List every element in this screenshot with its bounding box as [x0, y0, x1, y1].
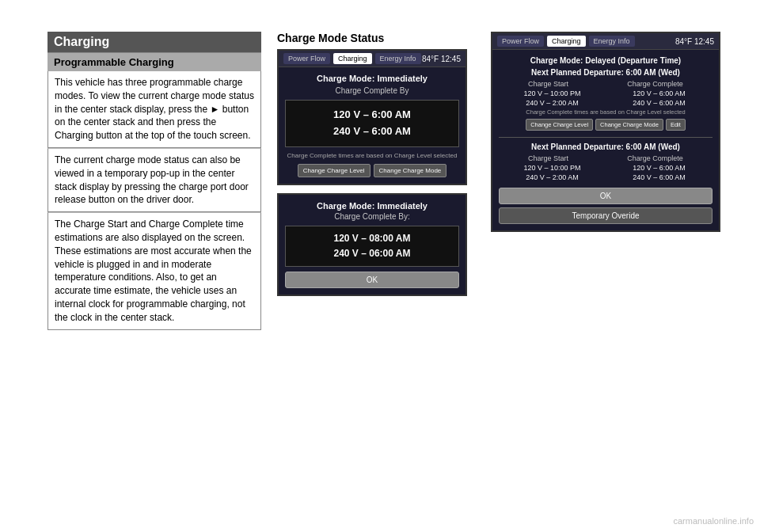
- right-screen-tabs: Power Flow Charging Energy Info: [497, 36, 635, 47]
- paragraph-2-text: The current charge mode status can also …: [55, 154, 249, 205]
- right-change-charge-level-btn[interactable]: Change Charge Level: [526, 119, 593, 131]
- middle-column: Charge Mode Status Power Flow Charging E…: [277, 32, 475, 516]
- header2-charge-complete: Charge Complete: [627, 154, 683, 162]
- cell2-r2c1: 240 V – 2:00 AM: [499, 173, 606, 181]
- right-table1-row2: 240 V – 2:00 AM 240 V – 6:00 AM: [499, 99, 712, 107]
- right-departure-1: Next Planned Departure: 6:00 AM (Wed): [499, 68, 712, 77]
- right-departure-2: Next Planned Departure: 6:00 AM (Wed): [499, 142, 712, 151]
- screen-body: Charge Mode: Immediately Charge Complete…: [279, 67, 466, 184]
- change-charge-level-btn[interactable]: Change Charge Level: [298, 164, 370, 177]
- cell2-r1c2: 120 V – 6:00 AM: [606, 164, 712, 172]
- right-table1-row1: 120 V – 10:00 PM 120 V – 6:00 AM: [499, 89, 712, 97]
- section-title: Charging: [48, 32, 261, 52]
- charge-mode-popup: Charge Mode: Immediately Charge Complete…: [277, 193, 467, 296]
- header-charge-start: Charge Start: [528, 80, 568, 88]
- screen-tabs: Power Flow Charging Energy Info: [283, 53, 421, 64]
- right-body: Charge Mode: Delayed (Departure Time) Ne…: [492, 50, 719, 230]
- popup-voltage-1: 120 V – 08:00 AM: [291, 231, 454, 246]
- right-table2-header: Charge Start Charge Complete: [499, 154, 712, 162]
- popup-voltage-box: 120 V – 08:00 AM 240 V – 06:00 AM: [285, 226, 459, 267]
- popup-mode-label: Charge Mode: Immediately: [285, 201, 459, 211]
- screen-topbar: Power Flow Charging Energy Info 84°F 12:…: [279, 51, 466, 67]
- tab-charging[interactable]: Charging: [333, 53, 372, 64]
- voltage-item-1: 120 V – 6:00 AM: [292, 107, 452, 124]
- charge-mode-screen: Power Flow Charging Energy Info 84°F 12:…: [277, 49, 467, 185]
- right-override-button[interactable]: Temporary Overide: [499, 207, 712, 224]
- paragraph-3: The Charge Start and Charge Complete tim…: [48, 212, 261, 329]
- right-screen: Power Flow Charging Energy Info 84°F 12:…: [491, 32, 720, 232]
- paragraph-2: The current charge mode status can also …: [48, 148, 261, 212]
- right-action-buttons: Change Charge Level Change Charge Mode E…: [499, 119, 712, 131]
- right-table2-row2: 240 V – 2:00 AM 240 V – 6:00 AM: [499, 173, 712, 181]
- watermark: carmanualonline.info: [673, 516, 754, 526]
- right-table1-header: Charge Start Charge Complete: [499, 80, 712, 88]
- cell-r2c2: 240 V – 6:00 AM: [606, 99, 712, 107]
- left-column: Charging Programmable Charging This vehi…: [48, 32, 261, 516]
- right-edit-btn[interactable]: Edit: [666, 119, 686, 131]
- right-charge-mode-label: Charge Mode: Delayed (Departure Time): [499, 56, 712, 65]
- subsection-title: Programmable Charging: [48, 52, 261, 71]
- divider: [499, 137, 712, 138]
- right-tab-power-flow[interactable]: Power Flow: [497, 36, 544, 47]
- screen-action-buttons: Change Charge Level Change Charge Mode: [285, 164, 459, 177]
- cell-r1c1: 120 V – 10:00 PM: [499, 89, 606, 97]
- voltage-item-2: 240 V – 6:00 AM: [292, 124, 452, 140]
- popup-body: Charge Mode: Immediately Charge Complete…: [279, 195, 466, 294]
- tab-power-flow[interactable]: Power Flow: [283, 53, 330, 64]
- right-change-charge-mode-btn[interactable]: Change Charge Mode: [595, 119, 663, 131]
- charge-mode-label: Charge Mode: Immediately: [285, 74, 459, 83]
- charge-mode-status-title: Charge Mode Status: [277, 32, 475, 44]
- voltage-box: 120 V – 6:00 AM 240 V – 6:00 AM: [285, 100, 459, 147]
- right-column: Power Flow Charging Energy Info 84°F 12:…: [491, 32, 744, 516]
- cell-r1c2: 120 V – 6:00 AM: [606, 89, 712, 97]
- screen-footnote: Charge Complete times are based on Charg…: [285, 152, 459, 159]
- popup-voltage-2: 240 V – 06:00 AM: [291, 246, 454, 261]
- cell2-r2c2: 240 V – 6:00 AM: [606, 173, 712, 181]
- screen-temp-time: 84°F 12:45: [422, 55, 461, 63]
- right-tab-charging[interactable]: Charging: [547, 36, 586, 47]
- cell2-r1c1: 120 V – 10:00 PM: [499, 164, 606, 172]
- paragraph-1: This vehicle has three programmable char…: [48, 71, 261, 148]
- complete-by-label: Charge Complete By: [285, 86, 459, 95]
- popup-ok-button[interactable]: OK: [285, 272, 459, 288]
- cell-r2c1: 240 V – 2:00 AM: [499, 99, 606, 107]
- header-charge-complete: Charge Complete: [627, 80, 683, 88]
- right-table2-row1: 120 V – 10:00 PM 120 V – 6:00 AM: [499, 164, 712, 172]
- popup-complete-by: Charge Complete By:: [285, 212, 459, 221]
- right-ok-button[interactable]: OK: [499, 188, 712, 204]
- right-footnote: Charge Complete times are based on Charg…: [499, 108, 712, 116]
- header2-charge-start: Charge Start: [528, 154, 568, 162]
- paragraph-3-text: The Charge Start and Charge Complete tim…: [55, 218, 252, 323]
- change-charge-mode-btn[interactable]: Change Charge Mode: [374, 164, 447, 177]
- right-screen-time: 84°F 12:45: [675, 37, 714, 46]
- tab-energy-info[interactable]: Energy Info: [375, 53, 421, 64]
- paragraph-1-text: This vehicle has three programmable char…: [55, 77, 254, 141]
- right-topbar: Power Flow Charging Energy Info 84°F 12:…: [492, 33, 719, 50]
- right-tab-energy-info[interactable]: Energy Info: [589, 36, 635, 47]
